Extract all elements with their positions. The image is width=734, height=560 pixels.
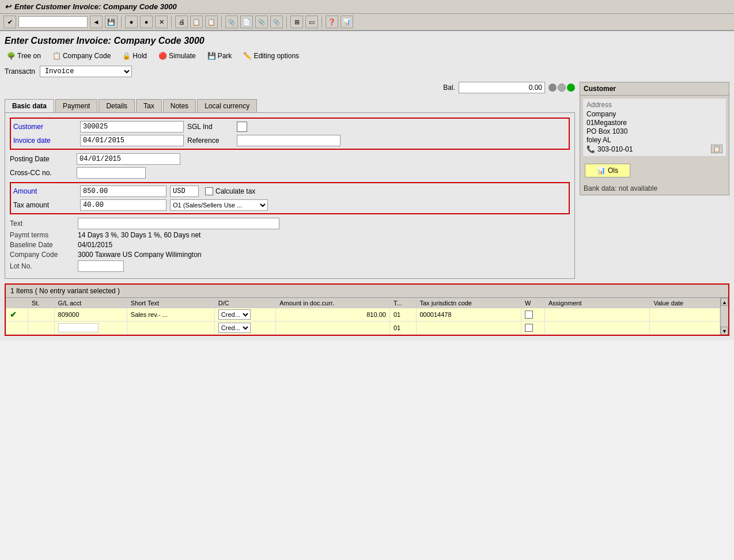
doc-button[interactable]: 📄 bbox=[240, 16, 253, 28]
calculate-tax-checkbox[interactable] bbox=[205, 187, 213, 195]
attach-button3[interactable]: 📎 bbox=[270, 16, 283, 28]
print-button[interactable]: 🖨 bbox=[175, 16, 188, 28]
row1-gl-acct: 809000 bbox=[54, 308, 127, 321]
chart-button[interactable]: 📊 bbox=[340, 16, 353, 28]
sep5 bbox=[321, 16, 322, 28]
cross-cc-input[interactable] bbox=[77, 167, 146, 179]
reference-input[interactable] bbox=[237, 135, 340, 146]
hold-button[interactable]: 🔒 Hold bbox=[120, 51, 149, 61]
row2-gl-input[interactable] bbox=[58, 323, 99, 332]
col-header-short-text: Short Text bbox=[127, 298, 214, 308]
ols-button[interactable]: 📊 Ols bbox=[585, 164, 630, 177]
hold-icon: 🔒 bbox=[122, 52, 131, 60]
phone-line: 📞 303-010-01 📋 bbox=[587, 145, 722, 153]
text-input[interactable] bbox=[78, 218, 279, 229]
row1-w[interactable] bbox=[521, 308, 544, 321]
company-line: Company bbox=[587, 110, 722, 118]
phone-action-button[interactable]: 📋 bbox=[711, 145, 722, 153]
posting-date-label: Posting Date bbox=[10, 155, 73, 163]
title-bar: ↩ Enter Customer Invoice: Company Code 3… bbox=[0, 0, 734, 14]
po-box-line: PO Box 1030 bbox=[587, 127, 722, 135]
nav-prev-button[interactable]: ● bbox=[125, 16, 138, 28]
row2-gl-acct[interactable] bbox=[54, 321, 127, 335]
tab-payment[interactable]: Payment bbox=[55, 99, 97, 112]
help-button[interactable]: ❓ bbox=[326, 16, 338, 28]
tab-tax[interactable]: Tax bbox=[136, 99, 162, 112]
tree-on-button[interactable]: 🌳 Tree on bbox=[5, 51, 43, 61]
check-button[interactable]: ✔ bbox=[3, 16, 16, 28]
lot-no-input[interactable] bbox=[78, 260, 124, 272]
row1-dc[interactable]: Cred... bbox=[214, 308, 275, 321]
save-button[interactable]: 💾 bbox=[105, 16, 118, 28]
bal-input[interactable] bbox=[459, 82, 545, 93]
baseline-date-value: 04/01/2015 bbox=[78, 241, 112, 249]
items-header: 1 Items ( No entry variant selected ) bbox=[6, 285, 728, 298]
cancel-button[interactable]: ✕ bbox=[155, 16, 168, 28]
row2-amount bbox=[276, 321, 390, 335]
tab-details[interactable]: Details bbox=[99, 99, 135, 112]
table-scrollbar[interactable]: ▲ ▼ bbox=[720, 298, 728, 335]
tree-icon: 🌳 bbox=[7, 52, 16, 60]
rect-button[interactable]: ▭ bbox=[305, 16, 318, 28]
grid-button[interactable]: ⊞ bbox=[290, 16, 303, 28]
page-title: Enter Customer Invoice: Company Code 300… bbox=[5, 36, 729, 46]
tab-notes[interactable]: Notes bbox=[163, 99, 196, 112]
tab-local-currency[interactable]: Local currency bbox=[197, 99, 257, 112]
row2-w-checkbox[interactable] bbox=[525, 324, 533, 332]
park-button[interactable]: 💾 Park bbox=[205, 51, 234, 61]
row1-w-checkbox[interactable] bbox=[525, 311, 533, 319]
clipboard-button2[interactable]: 📋 bbox=[205, 16, 218, 28]
editing-options-button[interactable]: ✏️ Editing options bbox=[241, 51, 301, 61]
row2-assignment bbox=[544, 321, 649, 335]
posting-date-input[interactable] bbox=[77, 153, 180, 165]
paymt-terms-label: Paymt terms bbox=[10, 231, 73, 239]
row2-dc[interactable]: Cred... bbox=[214, 321, 275, 335]
address-header: Address bbox=[587, 101, 722, 109]
row1-dc-select[interactable]: Cred... bbox=[218, 309, 251, 320]
col-header-assignment: Assignment bbox=[544, 298, 649, 308]
bal-label: Bal. bbox=[443, 84, 455, 92]
tax-code-dropdown[interactable]: O1 (Sales/Sellers Use ... bbox=[170, 199, 268, 211]
attach-button2[interactable]: 📎 bbox=[255, 16, 268, 28]
row1-amount: 810.00 bbox=[276, 308, 390, 321]
currency-input[interactable] bbox=[170, 186, 199, 197]
command-input[interactable] bbox=[18, 16, 88, 28]
table-row: Cred... 01 bbox=[6, 321, 720, 335]
customer-input[interactable] bbox=[80, 121, 184, 133]
lot-no-label: Lot No. bbox=[10, 262, 73, 270]
tab-content-basic-data: Customer SGL Ind Invoice date Reference … bbox=[5, 112, 575, 279]
company-code-icon: 📋 bbox=[52, 52, 61, 60]
calculate-tax-row: Calculate tax bbox=[205, 187, 303, 195]
transactn-dropdown[interactable]: Invoice bbox=[40, 66, 132, 77]
phone-icon: 📞 bbox=[587, 145, 595, 153]
row1-check-icon: ✔ bbox=[10, 310, 17, 319]
nav-next-button[interactable]: ● bbox=[140, 16, 153, 28]
tab-basic-data[interactable]: Basic data bbox=[5, 99, 54, 112]
park-icon: 💾 bbox=[207, 52, 216, 60]
company-code-button[interactable]: 📋 Company Code bbox=[50, 51, 113, 61]
scroll-down-arrow[interactable]: ▼ bbox=[721, 327, 728, 335]
sep3 bbox=[221, 16, 222, 28]
tax-amount-input[interactable] bbox=[80, 199, 167, 211]
clipboard-button1[interactable]: 📋 bbox=[190, 16, 203, 28]
left-panel: Bal. Basic data Payment Details Tax Note… bbox=[5, 82, 575, 279]
row2-w[interactable] bbox=[521, 321, 544, 335]
invoice-date-input[interactable] bbox=[80, 135, 184, 146]
col-header-gl-acct: G/L acct bbox=[54, 298, 127, 308]
back-button[interactable]: ◄ bbox=[90, 16, 103, 28]
row1-tax-jurisdiction: 000014478 bbox=[416, 308, 521, 321]
amount-input[interactable] bbox=[80, 186, 167, 197]
transactn-row: Transactn Invoice bbox=[5, 66, 729, 77]
sgl-ind-checkbox[interactable] bbox=[237, 122, 247, 132]
simulate-button[interactable]: 🔴 Simulate bbox=[156, 51, 198, 61]
row1-indicator: ✔ bbox=[6, 308, 28, 321]
sep1 bbox=[121, 16, 122, 28]
row1-assignment bbox=[544, 308, 649, 321]
bal-row: Bal. bbox=[443, 82, 575, 93]
row2-dc-select[interactable]: Cred... bbox=[218, 323, 251, 333]
table-row: ✔ 809000 Sales rev.- ... Cred... 810.00 … bbox=[6, 308, 720, 321]
attach-button1[interactable]: 📎 bbox=[225, 16, 238, 28]
scroll-up-arrow[interactable]: ▲ bbox=[721, 298, 728, 306]
company-code-value: 3000 Taxware US Company Wilimington bbox=[78, 251, 202, 259]
col-header-tax-jurisdiction: Tax jurisdictn code bbox=[416, 298, 521, 308]
